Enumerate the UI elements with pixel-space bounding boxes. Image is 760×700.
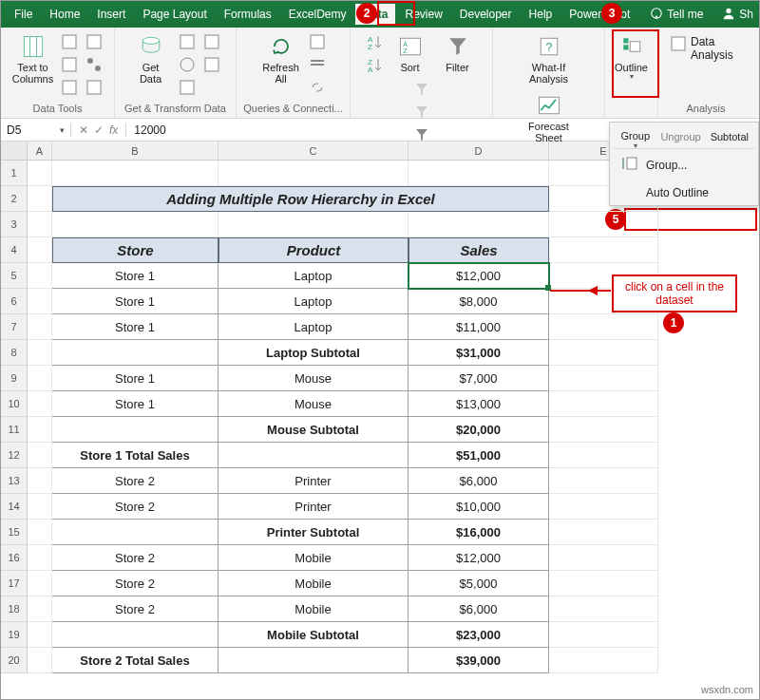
cell-E11[interactable]: [549, 417, 658, 443]
whatif-button[interactable]: ? What-If Analysis: [521, 31, 578, 86]
cell-A15[interactable]: [28, 520, 52, 545]
cell-A2[interactable]: [28, 186, 52, 212]
cell-A20[interactable]: [28, 648, 52, 673]
col-D[interactable]: D: [408, 142, 549, 160]
cell-A1[interactable]: [28, 161, 52, 186]
sort-za-button[interactable]: ZA: [364, 54, 385, 75]
cell-C14[interactable]: Printer: [218, 494, 408, 520]
relationships-button[interactable]: [84, 54, 104, 75]
row-19[interactable]: 19: [1, 622, 28, 648]
header-sales[interactable]: Sales: [408, 237, 549, 263]
cell-C19[interactable]: Mobile Subtotal: [218, 622, 408, 648]
queries-button[interactable]: [307, 31, 328, 52]
row-14[interactable]: 14: [1, 494, 28, 520]
cell-B19[interactable]: [52, 622, 218, 648]
cell-C8[interactable]: Laptop Subtotal: [218, 340, 408, 366]
remove-duplicates-button[interactable]: [59, 54, 80, 75]
tab-insert[interactable]: Insert: [89, 4, 133, 25]
col-B[interactable]: B: [52, 142, 218, 160]
user-name[interactable]: Sh: [739, 8, 753, 21]
cell-D11[interactable]: $20,000: [408, 417, 549, 443]
cell-C17[interactable]: Mobile: [218, 571, 408, 596]
data-analysis-button[interactable]: Data Analysis: [664, 31, 748, 66]
cell-E4[interactable]: [549, 237, 658, 263]
row-15[interactable]: 15: [1, 520, 28, 545]
tab-exceldemy[interactable]: ExcelDemy: [281, 4, 354, 25]
select-all-corner[interactable]: [1, 142, 28, 160]
cell-D18[interactable]: $6,000: [408, 596, 549, 622]
cell-C7[interactable]: Laptop: [218, 314, 408, 340]
header-store[interactable]: Store: [52, 237, 218, 263]
cell-E14[interactable]: [549, 494, 658, 520]
cell-B14[interactable]: Store 2: [52, 494, 218, 520]
consolidate-button[interactable]: [84, 31, 104, 52]
data-validation-button[interactable]: [59, 77, 80, 98]
cell-B8[interactable]: [52, 340, 218, 366]
worksheet[interactable]: Adding Multiple Row Hierarchy in ExcelSt…: [28, 161, 658, 673]
cell-A10[interactable]: [28, 391, 52, 417]
existing-connections-button[interactable]: [201, 54, 222, 75]
cell-B5[interactable]: Store 1: [52, 263, 218, 289]
cell-A6[interactable]: [28, 289, 52, 314]
cell-E15[interactable]: [549, 520, 658, 545]
cell-C3[interactable]: [218, 212, 408, 237]
cell-A17[interactable]: [28, 571, 52, 596]
cell-E19[interactable]: [549, 622, 658, 648]
cell-D7[interactable]: $11,000: [408, 314, 549, 340]
cell-D5[interactable]: $12,000: [408, 263, 549, 289]
cell-A16[interactable]: [28, 545, 52, 571]
cell-D10[interactable]: $13,000: [408, 391, 549, 417]
row-10[interactable]: 10: [1, 391, 28, 417]
cell-D19[interactable]: $23,000: [408, 622, 549, 648]
name-box[interactable]: D5 ▾: [1, 123, 71, 137]
cell-A13[interactable]: [28, 468, 52, 494]
flash-fill-button[interactable]: [59, 31, 80, 52]
cell-C10[interactable]: Mouse: [218, 391, 408, 417]
cell-D6[interactable]: $8,000: [408, 289, 549, 314]
row-9[interactable]: 9: [1, 366, 28, 391]
cell-D3[interactable]: [408, 212, 549, 237]
cell-D12[interactable]: $51,000: [408, 443, 549, 468]
group-button[interactable]: Group▾: [619, 128, 651, 142]
cell-D13[interactable]: $6,000: [408, 468, 549, 494]
row-7[interactable]: 7: [1, 314, 28, 340]
cell-E20[interactable]: [549, 648, 658, 673]
cell-E17[interactable]: [549, 571, 658, 596]
cell-D17[interactable]: $5,000: [408, 571, 549, 596]
enter-icon[interactable]: ✓: [94, 123, 104, 137]
from-web-button[interactable]: [177, 54, 198, 75]
cell-C13[interactable]: Printer: [218, 468, 408, 494]
from-table-button[interactable]: [177, 77, 198, 98]
cell-D20[interactable]: $39,000: [408, 648, 549, 673]
cell-D1[interactable]: [408, 161, 549, 186]
clear-filter-button[interactable]: [411, 79, 432, 100]
cell-E10[interactable]: [549, 391, 658, 417]
sort-button[interactable]: AZ Sort: [389, 31, 432, 75]
edit-links-button[interactable]: [307, 77, 328, 98]
sort-az-button[interactable]: AZ: [364, 31, 385, 52]
cell-A4[interactable]: [28, 237, 52, 263]
row-5[interactable]: 5: [1, 263, 28, 289]
col-A[interactable]: A: [28, 142, 52, 160]
cell-A9[interactable]: [28, 366, 52, 391]
cell-E13[interactable]: [549, 468, 658, 494]
filter-button[interactable]: Filter: [436, 31, 480, 75]
cell-C12[interactable]: [218, 443, 408, 468]
ungroup-button[interactable]: Ungroup: [660, 128, 700, 142]
cell-B7[interactable]: Store 1: [52, 314, 218, 340]
tab-power-pivot[interactable]: Power Pivot: [561, 4, 637, 25]
cell-B11[interactable]: [52, 417, 218, 443]
cell-E8[interactable]: [549, 340, 658, 366]
name-box-dd-icon[interactable]: ▾: [60, 125, 65, 135]
get-data-button[interactable]: Get Data: [129, 31, 173, 86]
cell-B16[interactable]: Store 2: [52, 545, 218, 571]
header-product[interactable]: Product: [218, 237, 408, 263]
cell-D9[interactable]: $7,000: [408, 366, 549, 391]
tab-file[interactable]: File: [7, 4, 40, 25]
row-13[interactable]: 13: [1, 468, 28, 494]
row-16[interactable]: 16: [1, 545, 28, 571]
cell-C20[interactable]: [218, 648, 408, 673]
tell-me[interactable]: Tell me: [667, 8, 703, 21]
text-to-columns-button[interactable]: Text to Columns: [11, 31, 55, 86]
cell-A14[interactable]: [28, 494, 52, 520]
